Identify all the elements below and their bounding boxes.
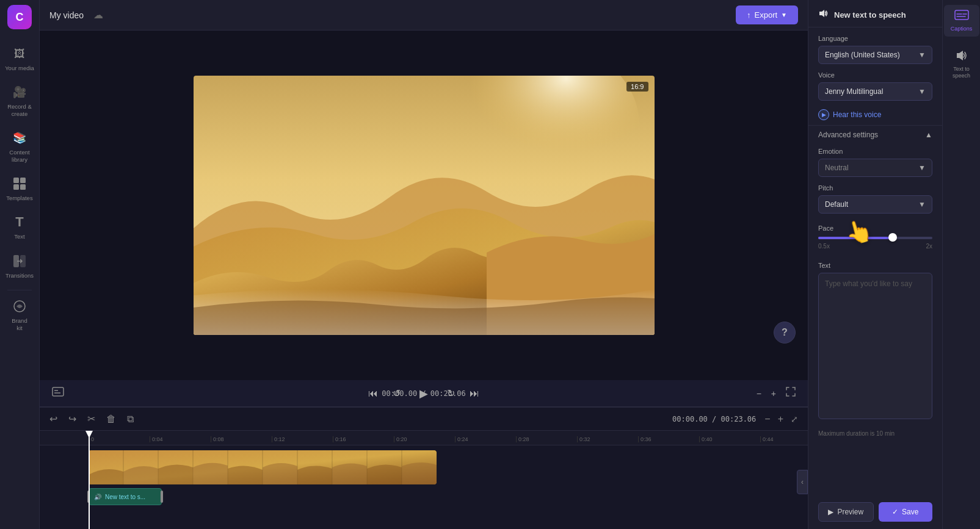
caption-toggle-button[interactable] xyxy=(49,384,67,402)
pitch-label: Pitch xyxy=(818,184,932,192)
pace-fill xyxy=(818,237,893,239)
advanced-settings-label: Advanced settings xyxy=(818,131,878,139)
skip-back-button[interactable]: ⏮ xyxy=(366,386,380,401)
sidebar-item-record-create[interactable]: 🎥 Record &create xyxy=(2,79,37,122)
pitch-select[interactable]: Default ▼ xyxy=(818,195,932,214)
pace-thumb[interactable] xyxy=(888,233,897,242)
video-thumbnail-strip xyxy=(89,450,437,484)
timeline-content: 0 0:04 0:08 0:12 0:16 0:20 0:24 0:28 0:3… xyxy=(40,431,808,529)
sidebar-item-content-library[interactable]: 📚 Contentlibrary xyxy=(2,124,37,168)
sidebar-item-label: Text xyxy=(14,233,24,240)
timeline-zoom-in[interactable]: + xyxy=(775,411,786,427)
ruler-mark: 0:28 xyxy=(516,436,577,442)
track-handle-right[interactable] xyxy=(161,491,163,503)
emotion-label: Emotion xyxy=(818,148,932,155)
zoom-in-button[interactable]: + xyxy=(769,386,779,401)
voice-section: Voice Jenny Multilingual ▼ xyxy=(808,69,942,106)
sidebar-item-your-media[interactable]: 🖼 Your media xyxy=(2,40,37,76)
preview-button[interactable]: ▶ Preview xyxy=(818,502,874,522)
timeline-zoom-out[interactable]: − xyxy=(762,411,772,427)
ruler-mark: 0:08 xyxy=(211,436,272,442)
hear-voice-button[interactable]: ▶ Hear this voice xyxy=(808,106,942,123)
sidebar-item-transitions[interactable]: Transitions xyxy=(2,248,37,284)
export-button[interactable]: ↑ Export ▼ xyxy=(736,5,798,24)
pace-max-label: 2x xyxy=(926,243,932,250)
ruler-mark: 0:36 xyxy=(638,436,699,442)
svg-rect-3 xyxy=(20,184,26,190)
text-icon: T xyxy=(11,214,28,231)
svg-rect-22 xyxy=(955,10,968,20)
audio-track-label: New text to s... xyxy=(105,494,145,500)
video-frame[interactable]: 16:9 xyxy=(194,76,655,335)
emotion-value: Neutral xyxy=(825,164,849,172)
language-chevron-icon: ▼ xyxy=(918,51,926,59)
svg-rect-9 xyxy=(53,387,64,396)
tts-sidebar-item[interactable]: Text tospeech xyxy=(944,44,979,84)
delete-button[interactable]: 🗑 xyxy=(104,411,118,427)
your-media-icon: 🖼 xyxy=(11,45,28,62)
language-section: Language English (United States) ▼ xyxy=(808,27,942,69)
audio-track[interactable]: 🔊 New text to s... xyxy=(89,488,162,505)
ruler-marks: 0 0:04 0:08 0:12 0:16 0:20 0:24 0:28 0:3… xyxy=(89,436,808,445)
controls-left xyxy=(49,384,67,402)
timeline-fit[interactable]: ⤢ xyxy=(788,412,800,426)
video-track[interactable] xyxy=(89,450,437,484)
zoom-controls: − + ⤢ xyxy=(762,411,800,427)
sidebar-item-brand[interactable]: Brandkit xyxy=(2,293,37,336)
ruler-mark: 0:16 xyxy=(333,436,394,442)
duplicate-button[interactable]: ⧉ xyxy=(125,411,136,427)
text-input[interactable] xyxy=(818,273,932,419)
controls-right: − + xyxy=(754,384,798,402)
ruler-mark: 0:32 xyxy=(577,436,638,442)
svg-rect-0 xyxy=(13,178,19,183)
pace-label: Pace xyxy=(818,225,932,232)
project-title[interactable]: My video xyxy=(49,10,84,20)
language-select[interactable]: English (United States) ▼ xyxy=(818,46,932,64)
timeline-tracks: 0 0:04 0:08 0:12 0:16 0:20 0:24 0:28 0:3… xyxy=(40,431,808,529)
pitch-section: Pitch Default ▼ xyxy=(808,182,942,218)
export-arrow-icon: ↑ xyxy=(747,10,751,20)
audio-track-row: 🔊 New text to s... xyxy=(89,488,808,505)
svg-rect-1 xyxy=(20,178,26,183)
skip-forward-button[interactable]: ⏭ xyxy=(467,386,482,401)
emotion-select[interactable]: Neutral ▼ xyxy=(818,159,932,177)
app-logo[interactable]: C xyxy=(7,5,32,29)
time-display: 00:00.00 / 00:23.06 xyxy=(382,389,465,398)
zoom-out-button[interactable]: − xyxy=(754,386,764,401)
brand-icon xyxy=(11,298,28,315)
panel-collapse-area: ‹ xyxy=(797,470,808,494)
topbar: My video ☁ ↑ Export ▼ xyxy=(40,0,808,31)
playhead[interactable] xyxy=(89,431,90,529)
collapse-panel-button[interactable]: ‹ xyxy=(797,470,808,494)
fullscreen-button[interactable] xyxy=(783,384,798,402)
sidebar-item-label: Brandkit xyxy=(12,317,27,331)
emotion-section: Emotion Neutral ▼ xyxy=(808,142,942,182)
pace-section: Pace 0.5x 2x xyxy=(808,218,942,256)
timeline: ↩ ↪ ✂ 🗑 ⧉ 00:00.00 / 00:23.06 − + ⤢ 0 0:… xyxy=(40,407,808,529)
save-button[interactable]: ✓ Save xyxy=(879,502,933,522)
content-library-icon: 📚 xyxy=(11,129,28,146)
tts-panel-header: New text to speech xyxy=(808,0,942,27)
text-section: Text xyxy=(808,256,942,428)
aspect-ratio-badge: 16:9 xyxy=(626,82,648,92)
hear-voice-label: Hear this voice xyxy=(833,110,881,119)
pace-slider-container: 0.5x 2x xyxy=(818,237,932,250)
left-sidebar: C 🖼 Your media 🎥 Record &create 📚 Conten… xyxy=(0,0,40,529)
canvas-area: 16:9 ? xyxy=(40,31,808,380)
advanced-settings-toggle[interactable]: Advanced settings ▲ xyxy=(808,125,942,142)
help-button[interactable]: ? xyxy=(774,322,796,344)
undo-button[interactable]: ↩ xyxy=(47,411,60,427)
main-content: My video ☁ ↑ Export ▼ xyxy=(40,0,808,529)
captions-item[interactable]: Captions xyxy=(944,5,979,37)
pace-track xyxy=(818,237,932,239)
pitch-chevron-icon: ▼ xyxy=(918,200,926,209)
sidebar-item-label: Your media xyxy=(5,65,34,71)
voice-chevron-icon: ▼ xyxy=(918,87,926,96)
cut-button[interactable]: ✂ xyxy=(85,411,98,427)
sidebar-item-text[interactable]: T Text xyxy=(2,209,37,245)
voice-select[interactable]: Jenny Multilingual ▼ xyxy=(818,82,932,101)
redo-button[interactable]: ↪ xyxy=(66,411,79,427)
video-controls-bar: ⏮ ↺ ▶ ↻ ⏭ 00:00.00 / 00:23.06 − + xyxy=(40,380,808,407)
ruler-mark: 0:40 xyxy=(699,436,760,442)
sidebar-item-templates[interactable]: Templates xyxy=(2,170,37,206)
